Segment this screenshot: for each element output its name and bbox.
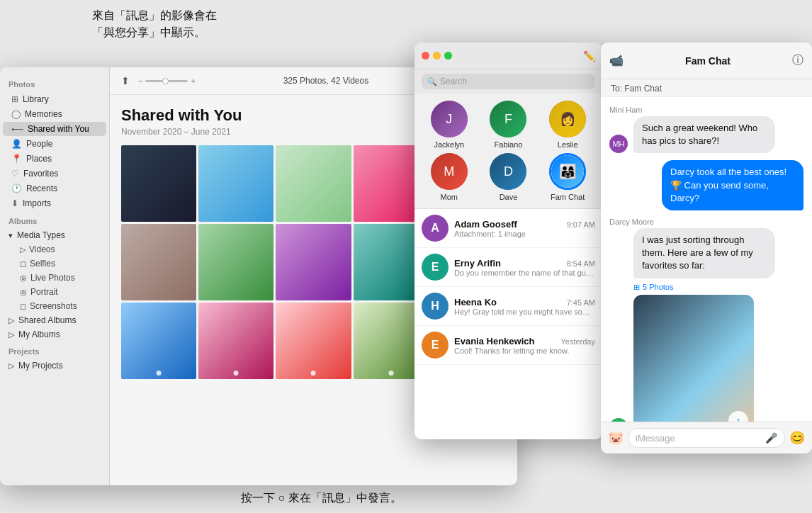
zoom-slider[interactable]: − + — [138, 77, 196, 85]
msg-preview-evania: Cool! Thanks for letting me know. — [454, 346, 595, 355]
sidebar-item-screenshots[interactable]: ◻ Screenshots — [0, 299, 109, 313]
pinned-jackelyn[interactable]: J Jackelyn — [422, 101, 477, 149]
sidebar-item-memories[interactable]: ◯ Memories — [3, 107, 106, 121]
input-placeholder: iMessage — [636, 433, 761, 444]
places-icon: 📍 — [11, 154, 22, 164]
msg-preview-adam: Attachment: 1 image — [454, 230, 595, 238]
msg-name-row-heena: Heena Ko 7:45 AM — [454, 297, 595, 308]
sidebar-item-shared[interactable]: ⟵ Shared with You — [3, 122, 106, 136]
chat-title: Fam Chat — [624, 55, 792, 67]
conversation-erny[interactable]: E Erny Arifin 8:54 AM Do you remember th… — [415, 248, 602, 287]
msg-preview-heena: Hey! Gray told me you might have some go… — [454, 308, 595, 316]
zoom-thumb — [162, 78, 169, 84]
msg-content-evania: Evania Henkewich Yesterday Cool! Thanks … — [454, 336, 595, 355]
zoom-plus[interactable]: + — [191, 77, 195, 85]
messages-search: 🔍 Search — [415, 69, 602, 94]
chat-window: 📹 Fam Chat ⓘ To: Fam Chat Mini Ham MH Su… — [601, 43, 812, 453]
photo-cell[interactable] — [121, 224, 196, 300]
chat-input-bar: 🐷 iMessage 🎤 😊 — [601, 422, 812, 453]
project-icon: ▷ — [9, 361, 14, 371]
sidebar-item-livephotos[interactable]: ◎ Live Photos — [0, 271, 109, 285]
contact-name-dave: Dave — [500, 193, 518, 201]
bubble-row-self: Darcy took all the best ones! 🏆 Can you … — [609, 160, 803, 210]
sidebar-item-videos[interactable]: ▷ Videos — [0, 242, 109, 256]
msg-time-heena: 7:45 AM — [567, 298, 595, 307]
share-button[interactable]: ⬆ — [118, 74, 132, 88]
bubble-darcy: I was just sorting through them. Here ar… — [633, 228, 775, 278]
pinned-leslie[interactable]: 👩 Leslie — [540, 101, 595, 149]
conversation-heena[interactable]: H Heena Ko 7:45 AM Hey! Gray told me you… — [415, 287, 602, 326]
attachment-photo[interactable]: ↑ — [633, 295, 754, 422]
fullscreen-button[interactable] — [444, 52, 452, 60]
msg-content-heena: Heena Ko 7:45 AM Hey! Gray told me you m… — [454, 297, 595, 316]
avatar-fabiano: F — [490, 101, 526, 137]
pinned-famchat[interactable]: 👨‍👩‍👧 Fam Chat — [540, 153, 595, 201]
photo-cell[interactable] — [276, 303, 351, 379]
sidebar-item-shared-albums[interactable]: ▷ Shared Albums — [0, 313, 109, 327]
bubble-self: Darcy took all the best ones! 🏆 Can you … — [662, 160, 803, 210]
sidebar-item-places[interactable]: 📍 Places — [3, 152, 106, 166]
chat-messages: Mini Ham MH Such a great weekend! Who ha… — [601, 97, 812, 422]
bubble-miniham: Such a great weekend! Who has pics to sh… — [633, 116, 775, 153]
pinned-fabiano[interactable]: F Fabiano — [481, 101, 536, 149]
photo-cell[interactable] — [276, 145, 351, 222]
bubble-row-darcy: DM I was just sorting through them. Here… — [609, 228, 803, 422]
photo-cell[interactable] — [198, 224, 274, 300]
pinned-mom[interactable]: M Mom — [422, 153, 477, 201]
photo-grid-icon: ⊞ — [633, 283, 640, 292]
video-call-button[interactable]: 📹 — [609, 54, 624, 67]
memoji-button[interactable]: 🐷 — [608, 430, 624, 446]
emoji-button[interactable]: 😊 — [789, 430, 805, 446]
msg-content-adam: Adam Gooseff 9:07 AM Attachment: 1 image — [454, 219, 595, 238]
imessage-input[interactable]: iMessage 🎤 — [628, 428, 785, 448]
sidebar-item-people[interactable]: 👤 People — [3, 137, 106, 151]
library-icon: ⊞ — [11, 94, 18, 104]
chat-titlebar: 📹 Fam Chat ⓘ — [601, 43, 812, 79]
msg-time-erny: 8:54 AM — [567, 259, 595, 268]
avatar-famchat: 👨‍👩‍👧 — [549, 153, 586, 190]
sidebar-item-recents[interactable]: 🕐 Recents — [3, 181, 106, 196]
minimize-button[interactable] — [433, 52, 441, 60]
sidebar-item-mediatypes[interactable]: ▾ Media Types — [0, 228, 109, 242]
msg-time-evania: Yesterday — [560, 337, 595, 346]
search-icon: 🔍 — [427, 77, 437, 86]
messages-list: A Adam Gooseff 9:07 AM Attachment: 1 ima… — [415, 209, 602, 439]
photo-cell[interactable] — [198, 303, 274, 379]
sender-miniham: Mini Ham — [609, 106, 803, 114]
photo-count-badge: ⊞ 5 Photos — [633, 283, 775, 292]
messages-titlebar: ✏️ — [415, 43, 602, 69]
sidebar-item-portrait[interactable]: ◎ Portrait — [0, 285, 109, 299]
bubble-row-miniham: MH Such a great weekend! Who has pics to… — [609, 116, 803, 153]
clock-icon: 🕐 — [11, 184, 22, 193]
info-circle-button[interactable]: ⓘ — [792, 53, 803, 68]
to-label: To: Fam Chat — [601, 79, 812, 97]
contact-name-fabiano: Fabiano — [495, 140, 523, 149]
sidebar-item-imports[interactable]: ⬇ Imports — [3, 196, 106, 210]
portrait-icon: ◎ — [20, 288, 27, 297]
compose-icon[interactable]: ✏️ — [583, 50, 595, 62]
avatar-leslie: 👩 — [549, 101, 586, 137]
sidebar-item-library[interactable]: ⊞ Library — [3, 92, 106, 106]
conversation-adam[interactable]: A Adam Gooseff 9:07 AM Attachment: 1 ima… — [415, 209, 602, 248]
avatar-heena: H — [422, 293, 449, 320]
conversation-evania[interactable]: E Evania Henkewich Yesterday Cool! Thank… — [415, 326, 602, 365]
search-box[interactable]: 🔍 Search — [422, 74, 595, 89]
sidebar-item-favorites[interactable]: ♡ Favorites — [3, 167, 106, 181]
sidebar-item-projects[interactable]: ▷ My Projects — [0, 359, 109, 373]
photo-cell[interactable] — [121, 303, 196, 379]
darcy-content: I was just sorting through them. Here ar… — [633, 228, 775, 422]
close-button[interactable] — [422, 52, 429, 60]
msg-preview-erny: Do you remember the name of that guy fro… — [454, 269, 595, 277]
pinned-dave[interactable]: D Dave — [481, 153, 536, 201]
photo-cell[interactable] — [276, 224, 351, 300]
sidebar-item-my-albums[interactable]: ▷ My Albums — [0, 327, 109, 342]
photo-cell[interactable] — [121, 145, 196, 222]
avatar-dave: D — [490, 153, 526, 190]
section-projects: Projects — [0, 342, 109, 359]
msg-name-row-adam: Adam Gooseff 9:07 AM — [454, 219, 595, 230]
photo-cell[interactable] — [198, 145, 274, 222]
audio-icon: 🎤 — [765, 432, 777, 444]
search-placeholder: Search — [440, 77, 467, 86]
zoom-minus[interactable]: − — [138, 77, 142, 85]
sidebar-item-selfies[interactable]: ◻ Selfies — [0, 256, 109, 271]
